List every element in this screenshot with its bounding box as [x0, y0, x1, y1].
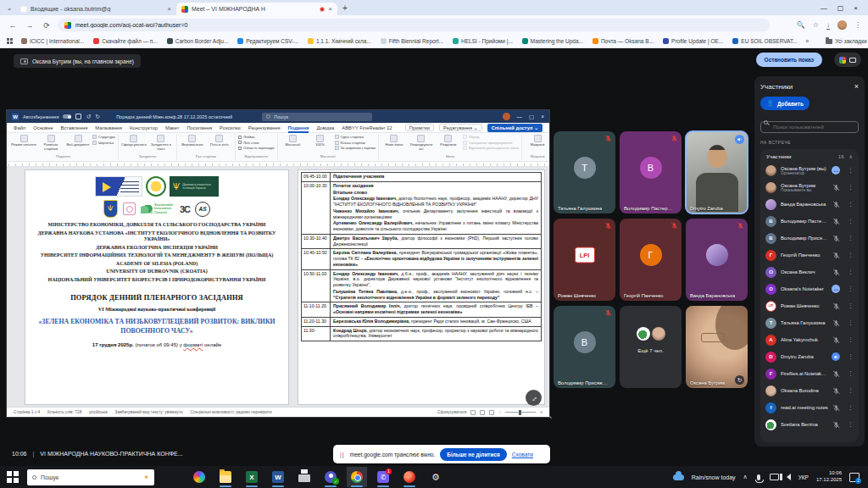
- ribbon-item[interactable]: Масштаб: [281, 135, 306, 147]
- notification-center-icon[interactable]: 2: [849, 473, 860, 482]
- ribbon-item[interactable]: Лінії сітки: [238, 141, 275, 145]
- microphone-tray-icon[interactable]: [757, 474, 760, 480]
- bookmark-item[interactable]: HELSI - Прийоми |...: [453, 38, 513, 44]
- zoom-slider[interactable]: [505, 412, 536, 413]
- word-maximize-button[interactable]: ▢: [529, 114, 534, 120]
- participant-row[interactable]: FFireflies.ai Notetaker Ok...⋮: [760, 365, 859, 382]
- word-account-avatar[interactable]: [503, 113, 510, 120]
- bookmark-item[interactable]: Fifth Biennial Report...: [381, 38, 443, 44]
- bookmark-item[interactable]: ICICC | International...: [21, 38, 84, 44]
- ribbon-tab-основне[interactable]: Основне: [33, 125, 53, 130]
- print-layout-icon[interactable]: [480, 410, 485, 415]
- redo-icon[interactable]: ↻: [95, 114, 100, 120]
- participant-row[interactable]: ТТатьяна Галушкина⋮: [760, 314, 859, 331]
- ribbon-item[interactable]: Розмітка сторінки: [38, 135, 64, 151]
- video-tile[interactable]: Ещё 7 чел.: [620, 306, 682, 388]
- apps-grid-icon[interactable]: [7, 38, 13, 45]
- ribbon-tab-розсилки[interactable]: Розсилки: [220, 125, 241, 130]
- participant-row[interactable]: ООксана Веклич⋮: [760, 263, 859, 280]
- participant-menu-icon[interactable]: ⋮: [848, 421, 854, 428]
- url-input[interactable]: [75, 22, 763, 28]
- autosave-toggle[interactable]: [63, 114, 71, 119]
- chevron-up-icon[interactable]: ∧: [849, 153, 853, 159]
- comments-button[interactable]: Примітки: [405, 124, 434, 131]
- ribbon-item[interactable]: Упорядкувати всі: [409, 135, 434, 151]
- participant-menu-icon[interactable]: ⋮: [848, 370, 854, 377]
- address-bar[interactable]: [58, 19, 770, 31]
- participant-menu-icon[interactable]: ⋮: [848, 404, 854, 411]
- focus-mode-label[interactable]: Сфокусуватися: [437, 410, 466, 414]
- status-accessibility[interactable]: Спеціальні можливості: радимо перевірити: [191, 410, 272, 414]
- tab-close-icon[interactable]: ×: [167, 5, 171, 13]
- tray-chevron-icon[interactable]: ∧: [743, 474, 748, 480]
- status-language[interactable]: російська: [89, 410, 107, 414]
- participant-menu-icon[interactable]: ⋮: [848, 167, 854, 174]
- participant-row[interactable]: Оксана Бутрим (вы)Организатор⋯⋮: [760, 162, 859, 179]
- bookmark-item[interactable]: Скачайте файл — п...: [93, 38, 158, 44]
- status-words[interactable]: Кількість слів: 728: [47, 410, 81, 414]
- ribbon-tab-рецензування[interactable]: Рецензування: [248, 125, 281, 130]
- participant-row[interactable]: LPIРоман Шевченко⋮: [760, 297, 859, 314]
- bookmark-item[interactable]: Profile Update | OE...: [663, 38, 723, 44]
- ribbon-item[interactable]: Нове вікно: [381, 135, 407, 147]
- presenter-pill[interactable]: Оксана Бутрим (вы, на главном экране): [14, 54, 141, 68]
- save-icon[interactable]: [75, 114, 81, 119]
- start-button[interactable]: [3, 474, 22, 480]
- word-close-button[interactable]: ×: [541, 114, 544, 120]
- tab-search-icon[interactable]: ⌄: [3, 4, 15, 12]
- participant-menu-icon[interactable]: ⋮: [848, 184, 854, 191]
- bookmark-item[interactable]: Mastering the Upda...: [522, 38, 583, 44]
- bookmark-star-icon[interactable]: ☆: [813, 21, 819, 29]
- participant-row[interactable]: Oksana Borodina⋮: [760, 382, 859, 399]
- participant-menu-icon[interactable]: ⋮: [848, 252, 854, 258]
- teams-taskbar-icon[interactable]: [320, 467, 341, 487]
- ribbon-item[interactable]: Чернетка: [92, 141, 115, 145]
- close-panel-icon[interactable]: ×: [854, 82, 859, 91]
- forward-icon[interactable]: →: [24, 21, 36, 30]
- ribbon-item[interactable]: Лінійка: [238, 135, 275, 139]
- share-button[interactable]: Спільний доступ ⌄: [487, 124, 542, 132]
- bookmark-item[interactable]: 1.1.1. Хімічний скла...: [308, 38, 371, 44]
- maximize-button[interactable]: ▢: [837, 4, 844, 12]
- copilot-taskbar-icon[interactable]: [189, 467, 209, 487]
- participant-menu-icon[interactable]: ⋮: [848, 218, 854, 225]
- editing-mode-button[interactable]: Редагування ⌄: [439, 124, 482, 131]
- ribbon-item[interactable]: Сфокусуватися: [121, 135, 147, 147]
- ribbon-item[interactable]: Одна сторінка: [335, 135, 376, 139]
- participant-menu-icon[interactable]: ⋮: [848, 336, 854, 343]
- stop-sharing-button[interactable]: Більше не ділитися: [440, 448, 506, 461]
- ribbon-tab-файл[interactable]: Файл: [14, 125, 25, 130]
- ribbon-item[interactable]: Кілька сторінок: [335, 141, 376, 145]
- participant-row[interactable]: fread.ai meeting notes⋮: [760, 399, 859, 416]
- video-tile[interactable]: ГГеоргій Панченко: [620, 219, 682, 301]
- ribbon-tab-конструктор[interactable]: Конструктор: [130, 125, 158, 130]
- zoom-in-icon[interactable]: +: [540, 410, 542, 414]
- video-tile[interactable]: ВВолодимир Пастернак: [620, 131, 682, 214]
- participant-row[interactable]: Ванда Барановська⋮: [760, 196, 859, 213]
- expand-presentation-button[interactable]: ↔: [526, 390, 542, 406]
- ribbon-item[interactable]: 100%: [308, 135, 333, 147]
- speaker-tray-icon[interactable]: [787, 474, 791, 480]
- participant-row[interactable]: AAlina Yakymchuk⋮: [760, 331, 859, 348]
- video-tile[interactable]: ВВолодимир Присяжн...: [554, 306, 615, 388]
- viber-taskbar-icon[interactable]: ✆1: [373, 467, 393, 487]
- bookmark-item[interactable]: Carbon Border Adju...: [167, 38, 229, 44]
- participant-menu-icon[interactable]: ⋮: [848, 302, 854, 309]
- close-button[interactable]: ×: [854, 4, 858, 12]
- participant-row[interactable]: OOksana's Notetaker⋯⋮: [760, 280, 859, 297]
- layout-controls[interactable]: [834, 53, 861, 67]
- participant-menu-icon[interactable]: ⋮: [848, 319, 854, 326]
- participant-search-input[interactable]: [760, 121, 859, 133]
- participants-card-header[interactable]: Участники 16 ∧: [760, 149, 859, 162]
- printer-taskbar-icon[interactable]: [294, 467, 314, 487]
- back-icon[interactable]: ←: [7, 21, 19, 30]
- ribbon-item[interactable]: Занурення в текст: [148, 135, 174, 151]
- participant-row[interactable]: ВВолодимир Присяжний⋮: [760, 230, 859, 247]
- all-bookmarks[interactable]: Усі закладки: [826, 38, 866, 44]
- bookmark-item[interactable]: Редактируем CSV-...: [237, 38, 298, 44]
- word-taskbar-icon[interactable]: W: [268, 467, 288, 487]
- web-layout-icon[interactable]: [489, 410, 494, 415]
- video-tile[interactable]: Dmytro Zaruba: [686, 131, 748, 214]
- participant-menu-icon[interactable]: ⋮: [848, 201, 854, 208]
- weather-text[interactable]: Rain/snow today: [692, 474, 736, 480]
